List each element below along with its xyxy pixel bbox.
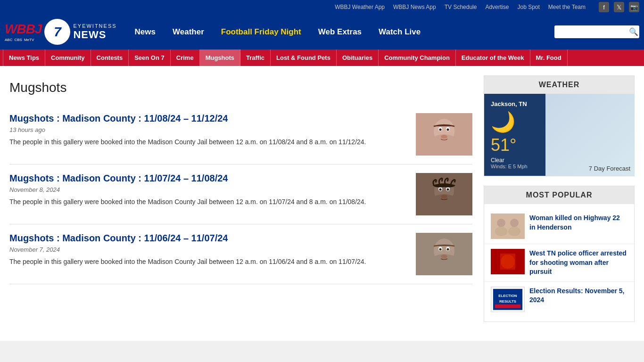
svg-point-14	[447, 189, 449, 191]
twitter-icon[interactable]: 𝕏	[614, 2, 624, 12]
weather-city: Jackson, TN	[491, 100, 539, 107]
search-icon[interactable]: 🔍	[629, 27, 638, 36]
logo-eyewitness: EYEWITNESS NEWS	[73, 23, 116, 41]
svg-point-13	[439, 189, 442, 191]
weather-widget: Jackson, TN 🌙 51° Clear Winds: E 5 Mph 7…	[484, 94, 634, 176]
weather-condition: Clear	[491, 157, 539, 164]
utility-meet-team[interactable]: Meet the Team	[548, 4, 586, 10]
secondary-nav-news-tips[interactable]: News Tips	[3, 49, 45, 66]
logo[interactable]: WBBJ ABCCBSMeTV 7 EYEWITNESS NEWS	[5, 19, 117, 45]
utility-advertise[interactable]: Advertise	[485, 4, 509, 10]
svg-point-5	[439, 129, 442, 131]
article-image[interactable]	[416, 173, 472, 215]
logo-number: 7	[54, 25, 61, 40]
svg-point-28	[508, 227, 520, 236]
utility-bar: WBBJ Weather App WBBJ News App TV Schedu…	[0, 0, 644, 14]
nav-football[interactable]: Football Friday Night	[213, 27, 310, 37]
secondary-nav-seen-on-7[interactable]: Seen On 7	[129, 49, 171, 66]
content-wrap: Mugshots Mugshots : Madison County : 11/…	[0, 66, 644, 341]
nav-web-extras[interactable]: Web Extras	[310, 27, 370, 37]
secondary-nav-contests[interactable]: Contests	[91, 49, 129, 66]
article-title[interactable]: Mugshots : Madison County : 11/06/24 – 1…	[9, 233, 408, 244]
logo-sub: ABCCBSMeTV	[5, 38, 41, 42]
social-icons: f 𝕏 📷	[599, 2, 639, 12]
instagram-icon[interactable]: 📷	[629, 2, 639, 12]
most-popular-section: MOST POPULAR Woman killed on Highwa	[484, 186, 635, 322]
svg-point-27	[510, 219, 519, 227]
logo-eyewitness-text: EYEWITNESS	[73, 23, 116, 29]
facebook-icon[interactable]: f	[599, 2, 609, 12]
nav-weather[interactable]: Weather	[164, 27, 213, 37]
article-title[interactable]: Mugshots : Madison County : 11/08/24 – 1…	[9, 113, 408, 124]
search-input[interactable]	[558, 28, 629, 36]
weather-wind: Winds: E 5 Mph	[491, 164, 539, 169]
nav-watch-live[interactable]: Watch Live	[370, 27, 429, 37]
utility-tv-schedule[interactable]: TV Schedule	[445, 4, 477, 10]
secondary-nav-obituaries[interactable]: Obituaries	[337, 49, 379, 66]
svg-point-26	[495, 227, 507, 236]
most-popular-header: MOST POPULAR	[484, 186, 634, 204]
popular-item: West TN police officer arrested for shoo…	[484, 244, 634, 282]
weather-left: Jackson, TN 🌙 51° Clear Winds: E 5 Mph	[484, 94, 545, 176]
secondary-nav-community-champion[interactable]: Community Champion	[379, 49, 456, 66]
secondary-nav-mr-food[interactable]: Mr. Food	[530, 49, 568, 66]
main-column: Mugshots Mugshots : Madison County : 11/…	[9, 75, 472, 331]
nav-news[interactable]: News	[126, 27, 164, 37]
weather-section: WEATHER Jackson, TN 🌙 51° Clear Winds: E…	[484, 75, 635, 176]
article-desc: The people in this gallery were booked i…	[9, 197, 408, 207]
svg-point-21	[439, 248, 442, 251]
logo-wbbj: WBBJ	[5, 22, 41, 37]
nav-links: News Weather Football Friday Night Web E…	[126, 27, 554, 37]
weather-header: WEATHER	[484, 76, 634, 94]
page-title: Mugshots	[9, 80, 472, 95]
article-text: Mugshots : Madison County : 11/06/24 – 1…	[9, 233, 408, 267]
svg-text:ELECTION: ELECTION	[498, 294, 517, 298]
popular-thumb: ELECTION RESULTS	[491, 287, 525, 312]
popular-list: Woman killed on Highway 22 in Henderson …	[484, 204, 634, 321]
article-date: November 8, 2024	[9, 186, 408, 193]
popular-item: ELECTION RESULTS Election Results: Novem…	[484, 282, 634, 317]
utility-job-spot[interactable]: Job Spot	[517, 4, 539, 10]
sidebar: WEATHER Jackson, TN 🌙 51° Clear Winds: E…	[484, 75, 635, 331]
weather-content: Jackson, TN 🌙 51° Clear Winds: E 5 Mph 7…	[484, 94, 634, 176]
article-image[interactable]	[416, 233, 472, 275]
weather-moon-icon: 🌙	[491, 110, 539, 133]
svg-text:RESULTS: RESULTS	[499, 299, 516, 304]
article-date: 13 hours ago	[9, 126, 408, 133]
secondary-nav-crime[interactable]: Crime	[171, 49, 200, 66]
logo-news-text: NEWS	[73, 29, 116, 41]
utility-news-app[interactable]: WBBJ News App	[393, 4, 436, 10]
svg-point-6	[447, 129, 449, 131]
popular-thumb	[491, 249, 525, 274]
article-image[interactable]	[416, 113, 472, 156]
svg-point-22	[447, 248, 449, 251]
secondary-nav-traffic[interactable]: Traffic	[240, 49, 271, 66]
article-desc: The people in this gallery were booked i…	[9, 137, 408, 147]
forecast-link[interactable]: 7 Day Forecast	[589, 165, 630, 172]
popular-thumb	[491, 214, 525, 239]
utility-weather-app[interactable]: WBBJ Weather App	[335, 4, 385, 10]
svg-point-15	[441, 195, 447, 198]
logo-circle: 7	[44, 19, 70, 45]
article-item: Mugshots : Madison County : 11/08/24 – 1…	[9, 105, 472, 165]
popular-title[interactable]: Election Results: November 5, 2024	[529, 287, 627, 305]
article-item: Mugshots : Madison County : 11/06/24 – 1…	[9, 224, 472, 284]
article-date: November 7, 2024	[9, 246, 408, 253]
popular-title[interactable]: West TN police officer arrested for shoo…	[529, 249, 627, 277]
article-title[interactable]: Mugshots : Madison County : 11/07/24 – 1…	[9, 173, 408, 184]
article-item: Mugshots : Madison County : 11/07/24 – 1…	[9, 165, 472, 224]
search-box[interactable]: 🔍	[554, 25, 639, 38]
svg-point-25	[497, 219, 505, 227]
secondary-nav-lost-found[interactable]: Lost & Found Pets	[271, 49, 337, 66]
article-text: Mugshots : Madison County : 11/07/24 – 1…	[9, 173, 408, 207]
weather-right: 7 Day Forecast	[545, 94, 634, 176]
weather-temperature: 51°	[491, 135, 539, 155]
secondary-nav-educator[interactable]: Educator of the Week	[456, 49, 530, 66]
popular-title[interactable]: Woman killed on Highway 22 in Henderson	[529, 214, 627, 232]
svg-point-23	[441, 255, 447, 258]
secondary-nav-community[interactable]: Community	[45, 49, 91, 66]
svg-point-7	[441, 135, 447, 139]
svg-rect-24	[491, 214, 525, 239]
article-desc: The people in this gallery were booked i…	[9, 257, 408, 267]
secondary-nav-mugshots[interactable]: Mugshots	[200, 49, 240, 66]
